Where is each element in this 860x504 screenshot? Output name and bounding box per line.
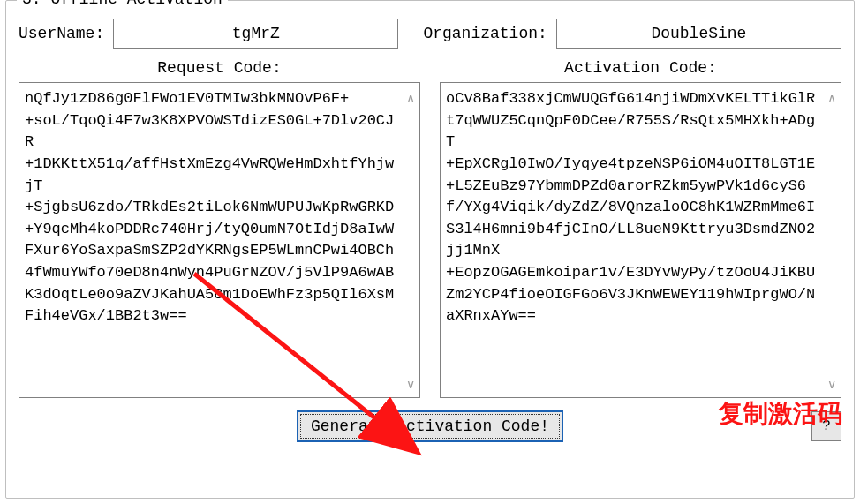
username-label: UserName:: [19, 25, 104, 42]
activation-code-textarea[interactable]: [440, 82, 841, 398]
activation-code-label: Activation Code:: [440, 56, 841, 82]
organization-input[interactable]: [556, 19, 841, 49]
help-button[interactable]: ?: [811, 411, 841, 441]
offline-activation-section: 3. Offline Activation UserName: Organiza…: [5, 0, 855, 499]
identity-row: UserName: Organization:: [6, 1, 854, 56]
organization-label: Organization:: [423, 25, 547, 42]
request-code-label: Request Code:: [19, 56, 420, 82]
request-code-column: Request Code: ∧ ∨: [19, 56, 420, 398]
codes-row: Request Code: ∧ ∨ Activation Code: ∧ ∨: [6, 56, 854, 398]
generate-activation-button[interactable]: Generate Activation Code!: [297, 410, 563, 442]
username-input[interactable]: [113, 19, 398, 49]
section-legend: 3. Offline Activation: [17, 0, 228, 8]
bottom-row: Generate Activation Code! ?: [6, 398, 854, 442]
activation-code-column: Activation Code: ∧ ∨: [440, 56, 841, 398]
request-code-textarea[interactable]: [19, 82, 420, 398]
